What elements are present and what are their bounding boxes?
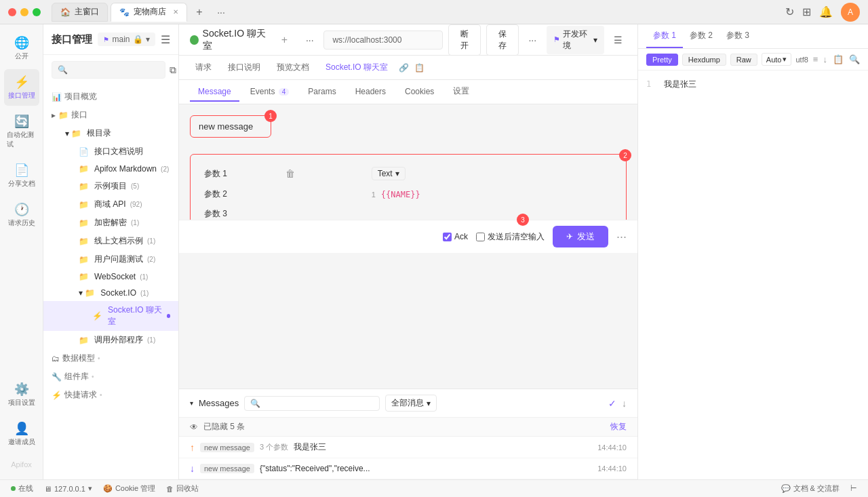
sub-chat-btn[interactable]: Socket.IO 聊天室	[320, 60, 393, 75]
nav-menu-icon[interactable]: ☰	[161, 33, 170, 46]
messages-filter-dropdown[interactable]: 全部消息 ▾	[385, 395, 437, 412]
format-hexdump-button[interactable]: Hexdump	[682, 54, 726, 66]
sidebar-item-share-label: 分享文档	[8, 179, 35, 188]
sub-docs-btn[interactable]: 接口说明	[222, 60, 266, 75]
toolbar-more-button[interactable]: ···	[524, 31, 541, 49]
apifox-brand: Apifox	[11, 460, 32, 469]
msg-tag-1: new message	[200, 443, 254, 452]
detail-toolbar: Pretty Hexdump Raw Auto ▾ utf8 ≡ ↓ 📋 🔍	[638, 49, 868, 71]
status-cookie[interactable]: 🍪 Cookie 管理	[103, 483, 155, 494]
status-recycle[interactable]: 🗑 回收站	[166, 483, 199, 494]
nav-search-input[interactable]	[52, 61, 165, 79]
tab-cookies[interactable]: Cookies	[397, 83, 442, 102]
example-icon: 📁	[79, 182, 89, 191]
status-docs[interactable]: 💬 文档 & 交流群	[781, 483, 840, 494]
sidebar-item-user-test[interactable]: 📁 用户问题测试 (2)	[43, 250, 178, 269]
sidebar-item-websocket[interactable]: 📁 WebSocket (1)	[43, 269, 178, 285]
format-pretty-button[interactable]: Pretty	[646, 54, 678, 66]
sidebar-item-api[interactable]: ⚡ 接口管理	[4, 69, 39, 106]
sidebar-item-data-model[interactable]: 🗂 数据模型 •	[43, 349, 178, 367]
sidebar-item-shop-api[interactable]: 📁 商域 API (92)	[43, 195, 178, 214]
sidebar-item-doc[interactable]: 📄 接口文档说明	[43, 142, 178, 161]
message-input-box[interactable]: new message	[190, 115, 271, 138]
nav-env-selector[interactable]: ⚑ main 🔒 ▾	[98, 33, 155, 46]
encoding-dropdown[interactable]: Auto ▾	[762, 53, 792, 66]
detail-tab-param2[interactable]: 参数 2	[683, 24, 719, 48]
tab-message[interactable]: Message	[190, 83, 239, 102]
tab-params[interactable]: Params	[300, 83, 344, 102]
detail-tab-param3[interactable]: 参数 3	[719, 24, 756, 48]
sidebar-item-quick-request[interactable]: ⚡ 快捷请求 •	[43, 386, 178, 404]
sidebar-item-settings[interactable]: ⚙️ 项目设置	[4, 376, 39, 413]
layout-icon[interactable]: ⊞	[802, 5, 811, 18]
url-input[interactable]	[323, 31, 443, 49]
sidebar-item-example[interactable]: 📁 示例项目 (5)	[43, 177, 178, 195]
more-options-button[interactable]: ···	[301, 31, 318, 49]
main-toolbar: Socket.IO 聊天室 + ··· 断开 保存 ··· ⚑ 开发环境 ▾ ☰	[179, 24, 637, 56]
collapse-messages-icon[interactable]: ▾	[190, 399, 193, 407]
messages-search-input[interactable]	[263, 399, 374, 408]
tab-close-icon[interactable]: ✕	[173, 8, 178, 16]
param-type-selector[interactable]: Text ▾	[372, 167, 406, 180]
ack-checkbox-item[interactable]: Ack	[443, 232, 468, 241]
send-button[interactable]: ✈ 发送	[553, 226, 608, 247]
refresh-icon[interactable]: ↻	[785, 5, 794, 18]
sub-request-btn[interactable]: 请求	[190, 60, 217, 75]
minimize-traffic-light[interactable]	[20, 8, 28, 16]
add-tab-plus-button[interactable]: +	[273, 31, 296, 49]
send-more-icon[interactable]: ···	[616, 230, 627, 244]
format-raw-button[interactable]: Raw	[730, 54, 757, 66]
list-item[interactable]: ↑ new message 3 个参数 我是张三 14:44:10	[179, 437, 637, 458]
statusbar-nav-icon[interactable]: ⊢	[850, 484, 857, 493]
tab-petshop[interactable]: 🐾 宠物商店 ✕	[111, 3, 187, 22]
download-icon[interactable]: ↓	[622, 398, 627, 409]
env-selector[interactable]: ⚑ 开发环境 ▾	[547, 26, 604, 54]
events-count-badge: 4	[279, 88, 290, 96]
sidebar-item-socketio-chat[interactable]: ⚡ Socket.IO 聊天室	[43, 301, 178, 331]
msg-tag-2: new message	[200, 464, 254, 473]
user-avatar[interactable]: A	[841, 3, 860, 22]
sidebar-item-auto[interactable]: 🔄 自动化测试	[4, 108, 39, 155]
param1-delete[interactable]: 🗑	[280, 163, 366, 184]
sub-preview-btn[interactable]: 预览文档	[271, 60, 315, 75]
sidebar-item-overview[interactable]: 📊 项目概览	[43, 87, 178, 106]
close-traffic-light[interactable]	[8, 8, 16, 16]
more-tabs-button[interactable]: ···	[212, 3, 231, 22]
bell-icon[interactable]: 🔔	[819, 5, 833, 18]
hamburger-button[interactable]: ☰	[610, 31, 627, 49]
copy-detail-icon[interactable]: 📋	[833, 54, 844, 64]
sidebar-item-history[interactable]: 🕐 请求历史	[4, 197, 39, 233]
disconnect-button[interactable]: 断开	[448, 24, 481, 56]
sidebar-item-root[interactable]: ▾ 📁 根目录	[43, 124, 178, 142]
tab-events[interactable]: Events 4	[242, 83, 298, 102]
list-icon[interactable]: ≡	[813, 54, 818, 64]
search-detail-icon[interactable]: 🔍	[849, 54, 860, 64]
clear-on-send-checkbox[interactable]	[476, 233, 485, 241]
status-ip[interactable]: 🖥 127.0.0.1 ▾	[44, 484, 92, 493]
save-button[interactable]: 保存	[486, 24, 519, 56]
detail-tab-param1[interactable]: 参数 1	[646, 24, 683, 48]
sidebar-item-socketio-folder[interactable]: ▾ 📁 Socket.IO (1)	[43, 285, 178, 301]
clear-on-send-checkbox-item[interactable]: 发送后清空输入	[476, 231, 545, 243]
sidebar-item-online-docs[interactable]: 📁 线上文档示例 (1)	[43, 232, 178, 250]
sidebar-item-external[interactable]: 📁 调用外部程序 (1)	[43, 331, 178, 349]
list-item[interactable]: ↓ new message {"status":"Received","rece…	[179, 458, 637, 479]
sidebar-item-public[interactable]: 🌐 公开	[4, 30, 39, 66]
sidebar-item-markdown[interactable]: 📁 Apifox Markdown (2)	[43, 161, 178, 177]
tab-headers[interactable]: Headers	[347, 83, 394, 102]
download-detail-icon[interactable]: ↓	[823, 54, 827, 64]
filter-icon[interactable]: ⧉	[170, 64, 176, 76]
tab-main[interactable]: 🏠 主窗口	[52, 3, 108, 22]
sidebar-item-share[interactable]: 📄 分享文档	[4, 157, 39, 194]
tab-settings[interactable]: 设置	[445, 81, 477, 102]
sidebar-item-components[interactable]: 🔧 组件库 •	[43, 367, 178, 386]
sidebar-item-crypto[interactable]: 📁 加密解密 (1)	[43, 214, 178, 232]
add-tab-button[interactable]: +	[190, 3, 209, 22]
maximize-traffic-light[interactable]	[33, 8, 41, 16]
nav-search-bar: ⧉ +	[43, 55, 178, 85]
ack-checkbox[interactable]	[443, 233, 452, 241]
restore-button[interactable]: 恢复	[610, 421, 627, 433]
sidebar-item-invite[interactable]: 👤 邀请成员	[4, 416, 39, 452]
tab-bar: Message Events 4 Params Headers Cookies …	[179, 80, 637, 104]
sidebar-item-interfaces[interactable]: ▸ 📁 接口	[43, 106, 178, 124]
